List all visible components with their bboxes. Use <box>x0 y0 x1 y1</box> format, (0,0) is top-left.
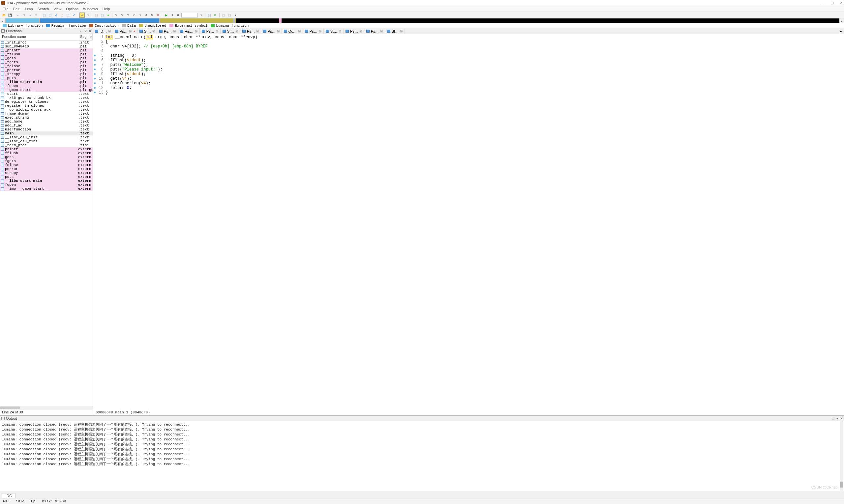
function-row[interactable]: _fclose.plt <box>0 64 93 68</box>
save-icon[interactable]: 💾 <box>7 13 13 18</box>
panel-popout-icon[interactable]: ▭ <box>80 29 83 33</box>
function-row[interactable]: frame_dummy.text <box>0 112 93 115</box>
tab-close-icon[interactable]: ⊠ <box>129 29 132 33</box>
tab-close-icon[interactable]: ⊠ <box>339 29 341 33</box>
menu-edit[interactable]: Edit <box>13 7 19 11</box>
function-row[interactable]: __libc_start_mainextern <box>0 179 93 183</box>
editor-tab[interactable]: His…⊠ <box>178 28 200 34</box>
tab-close-icon[interactable]: ⊠ <box>152 29 155 33</box>
editor-tab[interactable]: Ps…⊠ <box>157 28 178 34</box>
tool-icon[interactable]: ⬘ <box>53 13 59 18</box>
v-scrollbar[interactable] <box>840 421 843 491</box>
tool-icon[interactable]: ↗ <box>71 13 76 18</box>
nav-right-icon[interactable]: ▸ <box>839 18 844 24</box>
tab-close-icon[interactable]: ⊠ <box>173 29 176 33</box>
editor-tab[interactable]: Ps…⊠ <box>200 28 221 34</box>
function-row[interactable]: deregister_tm_clones.text <box>0 100 93 104</box>
menu-search[interactable]: Search <box>38 7 49 11</box>
dropdown-icon[interactable]: ▾ <box>33 13 38 18</box>
functions-list[interactable]: _init_proc.initsub_8048410.plt_printf.pl… <box>0 40 93 406</box>
tool-icon[interactable]: ▾ <box>137 13 143 18</box>
panel-menu-icon[interactable]: ▾ <box>837 417 838 420</box>
tool-icon[interactable]: ↶ <box>132 13 137 18</box>
col-segment[interactable]: Segme <box>78 34 93 40</box>
tool-icon[interactable]: ✎ <box>120 13 125 18</box>
scrollbar-thumb[interactable] <box>0 407 20 409</box>
tab-close-icon[interactable]: ⊠ <box>277 29 279 33</box>
editor-tab[interactable]: Oc…⊠ <box>282 28 303 34</box>
h-scrollbar[interactable] <box>0 406 93 409</box>
tool-icon[interactable]: ⬚ <box>41 13 47 18</box>
editor-tab[interactable]: St…⊠ <box>385 28 405 34</box>
cancel-icon[interactable]: ✕ <box>155 13 160 18</box>
editor-tab[interactable]: St…⊠ <box>221 28 240 34</box>
function-row[interactable]: fflushextern <box>0 151 93 155</box>
editor-tab[interactable]: Ps…⊠ <box>113 28 137 34</box>
toolbar-input[interactable] <box>181 13 198 17</box>
editor-tab[interactable]: Ps…⊠ <box>344 28 364 34</box>
function-row[interactable]: fgetsextern <box>0 159 93 163</box>
tool-icon[interactable]: ↻ <box>149 13 155 18</box>
function-row[interactable]: _start.text <box>0 92 93 96</box>
editor-tab[interactable]: Ps…⊠ <box>303 28 324 34</box>
panel-menu-icon[interactable]: ▾ <box>85 29 87 33</box>
function-row[interactable]: putsextern <box>0 175 93 179</box>
function-row[interactable]: __libc_csu_fini.text <box>0 139 93 143</box>
tab-close-icon[interactable]: ⊠ <box>108 29 111 33</box>
tab-close-icon[interactable]: ⊠ <box>359 29 362 33</box>
panel-close-icon[interactable]: ✕ <box>89 29 91 33</box>
nav-left-icon[interactable]: ◂ <box>0 18 5 24</box>
stop-icon[interactable]: ⏹ <box>175 13 181 18</box>
menu-view[interactable]: View <box>53 7 61 11</box>
function-row[interactable]: add_flag.text <box>0 124 93 127</box>
function-row[interactable]: __x86_get_pc_thunk_bx.text <box>0 96 93 100</box>
tool-icon[interactable]: ↺ <box>143 13 149 18</box>
pause-icon[interactable]: ⏸ <box>170 13 175 18</box>
function-row[interactable]: __imp___gmon_start__extern <box>0 187 93 191</box>
editor-tab[interactable]: St…⊠ <box>324 28 344 34</box>
tool-icon[interactable]: ⬚ <box>48 13 53 18</box>
function-row[interactable]: _printf.plt <box>0 49 93 52</box>
editor-tab[interactable]: St…⊠ <box>137 28 157 34</box>
editor-tab[interactable]: Ps…⊠ <box>364 28 385 34</box>
tool-icon[interactable]: ✎ <box>114 13 119 18</box>
function-row[interactable]: printfextern <box>0 147 93 151</box>
tab-close-icon[interactable]: ⊠ <box>298 29 301 33</box>
panel-close-icon[interactable]: ✕ <box>840 417 843 420</box>
function-row[interactable]: _fopen.plt <box>0 84 93 88</box>
function-row[interactable]: __libc_csu_init.text <box>0 136 93 139</box>
tool-icon[interactable]: ⬚ <box>100 13 105 18</box>
menu-file[interactable]: File <box>3 7 8 11</box>
forward-icon[interactable]: → <box>28 13 33 18</box>
col-function-name[interactable]: Function name <box>0 34 78 40</box>
function-row[interactable]: register_tm_clones.text <box>0 104 93 108</box>
close-button[interactable]: ✕ <box>840 1 843 5</box>
dropdown-icon[interactable]: ▾ <box>199 13 204 18</box>
editor-tab[interactable]: Ps…⊠ <box>240 28 261 34</box>
panel-popout-icon[interactable]: ▭ <box>831 417 834 420</box>
function-row[interactable]: fopenextern <box>0 183 93 187</box>
function-row[interactable]: __do_global_dtors_aux.text <box>0 108 93 112</box>
nav-bar[interactable]: ◂ ▸ <box>0 18 844 23</box>
tab-close-icon[interactable]: ⊠ <box>236 29 238 33</box>
tab-close-icon[interactable]: ⊠ <box>216 29 218 33</box>
menu-options[interactable]: Options <box>66 7 79 11</box>
tool-icon[interactable]: ⬚ <box>93 13 99 18</box>
function-row[interactable]: sub_8048410.plt <box>0 44 93 49</box>
output-body[interactable]: lumina: connection closed (recv: 远程主机强迫关… <box>0 421 844 491</box>
highlight-icon[interactable]: A <box>80 13 85 18</box>
back-icon[interactable]: ← <box>16 13 21 18</box>
idc-tab[interactable]: IDC <box>2 493 16 498</box>
function-row[interactable]: _init_proc.init <box>0 40 93 44</box>
refresh-icon[interactable]: ⟳ <box>213 13 218 18</box>
function-row[interactable]: getsextern <box>0 155 93 159</box>
editor-tab[interactable]: ID…⊠ <box>93 28 113 34</box>
tool-icon[interactable]: ⬚ <box>65 13 71 18</box>
tab-close-icon[interactable]: ⊠ <box>380 29 383 33</box>
function-row[interactable]: exec_string.text <box>0 115 93 120</box>
code-view[interactable]: 12345678910111213 int __cdecl main(int a… <box>93 34 844 410</box>
scrollbar-thumb[interactable] <box>840 482 843 488</box>
tabs-overflow-icon[interactable]: ▸ <box>838 29 844 33</box>
function-row[interactable]: _perror.plt <box>0 68 93 72</box>
function-row[interactable]: _fgets.plt <box>0 60 93 64</box>
